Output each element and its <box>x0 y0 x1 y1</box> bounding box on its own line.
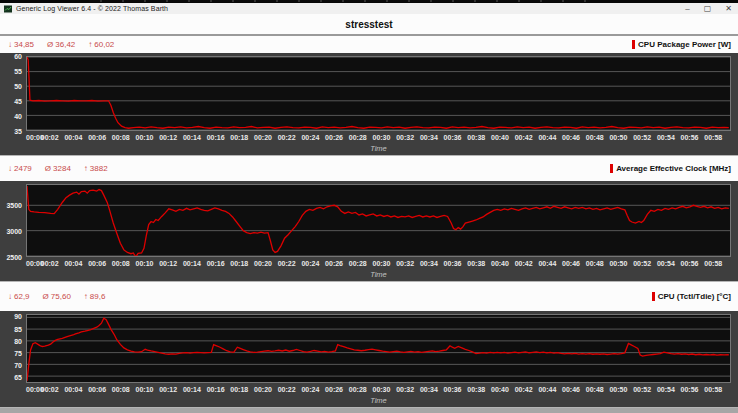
x-tick-label: 00:30 <box>373 133 391 142</box>
x-tick-label: 00:10 <box>136 385 154 394</box>
stat-max: ↑89,6 <box>84 292 106 301</box>
plot-region[interactable]: 908580757065 <box>26 314 731 383</box>
window-title: Generic Log Viewer 6.4 - © 2022 Thomas B… <box>16 5 168 12</box>
x-tick-label: 00:38 <box>467 385 485 394</box>
x-tick-label: 00:42 <box>515 133 533 142</box>
average-icon: Ø <box>47 40 53 49</box>
y-tick-label: 80 <box>14 337 22 344</box>
stats-row: ↓34,85 Ø36,42 ↑60,02 CPU Package Power [… <box>0 36 738 53</box>
x-tick-label: 00:54 <box>657 133 675 142</box>
x-tick-label: 00:44 <box>538 133 556 142</box>
x-tick-label: 00:52 <box>633 385 651 394</box>
average-icon: Ø <box>43 292 49 301</box>
data-series-line <box>27 57 729 128</box>
close-button[interactable]: ✕ <box>725 5 732 13</box>
x-tick-label: 00:20 <box>254 133 272 142</box>
x-tick-label: 00:22 <box>278 133 296 142</box>
app-icon <box>4 5 12 13</box>
x-tick-label: 00:18 <box>230 259 248 268</box>
x-tick-label: 00:24 <box>301 385 319 394</box>
series-color-marker <box>632 40 635 49</box>
x-tick-label: 00:14 <box>183 259 201 268</box>
x-tick-label: 00:32 <box>396 385 414 394</box>
series-legend-label: Average Effective Clock [MHz] <box>616 164 731 173</box>
plot-region[interactable]: 605550454035 <box>26 56 731 131</box>
x-tick-label: 00:12 <box>159 133 177 142</box>
x-tick-label: 00:08 <box>112 133 130 142</box>
plot-region[interactable]: 350030002500 <box>26 184 731 257</box>
min-arrow-icon: ↓ <box>8 292 12 301</box>
y-tick-label: 40 <box>14 113 22 120</box>
line-chart[interactable] <box>26 56 731 131</box>
x-tick-label: 00:34 <box>420 259 438 268</box>
x-tick-label: 00:04 <box>64 259 82 268</box>
x-tick-label: 00:28 <box>349 133 367 142</box>
y-tick-label: 90 <box>14 313 22 320</box>
x-tick-label: 00:16 <box>207 259 225 268</box>
series-color-marker <box>610 164 613 173</box>
y-tick-label: 65 <box>14 373 22 380</box>
data-series-line <box>27 318 729 381</box>
y-tick-label: 60 <box>14 53 22 60</box>
stats-row: ↓62,9 Ø75,60 ↑89,6 CPU (Tctl/Tdie) [°C] <box>0 282 738 311</box>
x-tick-label: 00:30 <box>373 385 391 394</box>
x-tick-label: 00:54 <box>657 259 675 268</box>
y-tick-label: 35 <box>14 128 22 135</box>
y-axis: 908580757065 <box>0 314 24 383</box>
series-legend: CPU (Tctl/Tdie) [°C] <box>652 292 731 301</box>
window-titlebar[interactable]: Generic Log Viewer 6.4 - © 2022 Thomas B… <box>0 3 738 14</box>
x-tick-label: 00:40 <box>491 385 509 394</box>
x-tick-label: 00:08 <box>112 259 130 268</box>
stats-row: ↓2479 Ø3284 ↑3882 Average Effective Cloc… <box>0 156 738 181</box>
x-tick-label: 00:28 <box>349 259 367 268</box>
y-tick-label: 3500 <box>6 201 22 208</box>
generic-log-viewer-window: Generic Log Viewer 6.4 - © 2022 Thomas B… <box>0 0 738 413</box>
y-axis: 605550454035 <box>0 56 24 131</box>
x-tick-label: 00:58 <box>704 259 722 268</box>
maximize-button[interactable]: ▢ <box>704 5 712 13</box>
x-tick-label: 00:46 <box>562 259 580 268</box>
stat-max-value: 3882 <box>90 164 108 173</box>
stat-avg: Ø36,42 <box>47 40 75 49</box>
x-tick-label: 00:02 <box>41 385 59 394</box>
x-tick-label: 00:38 <box>467 133 485 142</box>
y-tick-label: 55 <box>14 68 22 75</box>
x-tick-label: 00:22 <box>278 385 296 394</box>
x-tick-label: 00:22 <box>278 259 296 268</box>
x-tick-label: 00:24 <box>301 133 319 142</box>
chart-panel-cpu-temperature: ↓62,9 Ø75,60 ↑89,6 CPU (Tctl/Tdie) [°C] … <box>0 282 738 408</box>
top-edge-strip <box>0 0 738 3</box>
chart-area: 605550454035 00:0000:0200:0400:0600:0800… <box>0 53 738 156</box>
line-chart[interactable] <box>26 184 731 257</box>
y-tick-label: 85 <box>14 325 22 332</box>
x-tick-label: 00:52 <box>633 259 651 268</box>
max-arrow-icon: ↑ <box>84 164 88 173</box>
x-tick-label: 00:08 <box>112 385 130 394</box>
stat-min: ↓2479 <box>8 164 32 173</box>
line-chart[interactable] <box>26 314 731 383</box>
chart-area: 908580757065 00:0000:0200:0400:0600:0800… <box>0 311 738 408</box>
x-tick-label: 00:20 <box>254 259 272 268</box>
x-tick-label: 00:18 <box>230 133 248 142</box>
chart-panel-effective-clock: ↓2479 Ø3284 ↑3882 Average Effective Cloc… <box>0 156 738 282</box>
stat-max-value: 89,6 <box>90 292 106 301</box>
minimize-button[interactable]: – <box>685 5 689 13</box>
x-tick-label: 00:54 <box>657 385 675 394</box>
x-tick-label: 00:36 <box>444 385 462 394</box>
y-tick-label: 45 <box>14 98 22 105</box>
average-icon: Ø <box>45 164 51 173</box>
series-legend-label: CPU (Tctl/Tdie) [°C] <box>658 292 731 301</box>
x-tick-label: 00:40 <box>491 259 509 268</box>
x-tick-label: 00:02 <box>41 259 59 268</box>
x-tick-label: 00:52 <box>633 133 651 142</box>
x-tick-label: 00:46 <box>562 385 580 394</box>
x-tick-label: 00:28 <box>349 385 367 394</box>
stat-avg: Ø75,60 <box>43 292 71 301</box>
series-legend: CPU Package Power [W] <box>632 40 731 49</box>
x-tick-label: 00:26 <box>325 259 343 268</box>
y-axis: 350030002500 <box>0 184 24 257</box>
series-color-marker <box>652 292 655 301</box>
x-tick-label: 00:44 <box>538 385 556 394</box>
x-tick-label: 00:30 <box>373 259 391 268</box>
x-tick-label: 00:04 <box>64 385 82 394</box>
